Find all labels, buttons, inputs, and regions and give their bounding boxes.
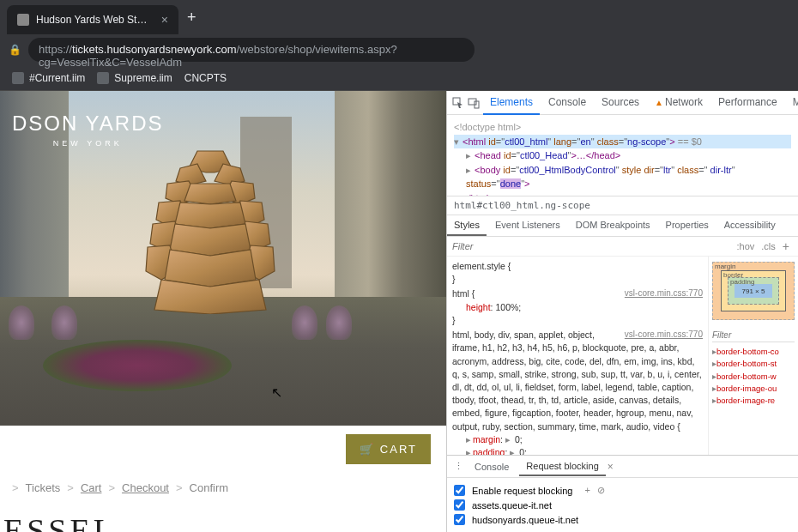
- new-style-rule-icon[interactable]: +: [779, 239, 793, 253]
- page-title: ESSEL: [0, 503, 446, 532]
- breadcrumb-sep: >: [67, 481, 74, 494]
- browser-tab[interactable]: Hudson Yards Web Store :: Tic ×: [7, 5, 178, 34]
- devtools-tab-network[interactable]: ▲Network: [648, 91, 710, 115]
- dom-tree[interactable]: <!doctype html> ▾<html id="ctl00_html" l…: [447, 115, 798, 196]
- tab-favicon: [17, 14, 29, 26]
- bookmark-icon: [97, 72, 109, 84]
- logo-main: DSON YARDS: [12, 112, 163, 136]
- devtools-tab-performance[interactable]: Performance: [711, 91, 784, 115]
- breadcrumb: > Tickets > Cart > Checkout > Confirm: [0, 473, 446, 503]
- address-bar: 🔒 https://tickets.hudsonyardsnewyork.com…: [0, 34, 798, 65]
- page-content: DSON YARDS NEW YORK ↖ 🛒 CART > Tickets >…: [0, 91, 446, 532]
- css-rules[interactable]: element.style {} vsl-core.min.css:770htm…: [447, 257, 708, 455]
- bookmark-item[interactable]: #Current.iim: [12, 72, 85, 84]
- enable-blocking-row: Enable request blocking + ⊘: [454, 483, 791, 498]
- enable-blocking-checkbox[interactable]: [454, 485, 465, 496]
- dom-doctype: <!doctype html>: [454, 120, 791, 135]
- cursor-icon: ↖: [271, 384, 282, 401]
- breadcrumb-sep: >: [176, 481, 183, 494]
- drawer-tab-request-blocking[interactable]: Request blocking: [519, 457, 605, 476]
- css-source-link[interactable]: vsl-core.min.css:770: [625, 287, 703, 300]
- tab-title: Hudson Yards Web Store :: Tic: [36, 14, 151, 26]
- clear-patterns-icon[interactable]: ⊘: [597, 485, 605, 496]
- bookmark-label: #Current.iim: [29, 72, 85, 84]
- block-pattern-row[interactable]: hudsonyards.queue-it.net: [454, 512, 791, 527]
- cls-toggle[interactable]: .cls: [758, 241, 779, 251]
- cart-label: CART: [380, 443, 417, 456]
- site-logo[interactable]: DSON YARDS NEW YORK: [12, 112, 163, 148]
- dom-node-html[interactable]: ▾<html id="ctl00_html" lang="en" class="…: [454, 135, 791, 149]
- drawer-tab-console[interactable]: Console: [468, 458, 516, 475]
- dom-node-body[interactable]: ▸<body id="ctl00_HtmlBodyControl" style …: [454, 163, 791, 191]
- computed-filter-input[interactable]: [712, 329, 795, 342]
- devtools-tab-console[interactable]: Console: [541, 91, 593, 115]
- tab-close-icon[interactable]: ×: [161, 13, 168, 27]
- styles-sidebar: 791 × 5 margin border padding ▸border-bo…: [708, 257, 798, 455]
- warning-icon: ▲: [655, 98, 663, 107]
- box-model-padding-label: padding: [730, 278, 754, 286]
- box-model[interactable]: 791 × 5 margin border padding: [712, 262, 795, 320]
- bookmark-item[interactable]: CNCPTS: [184, 72, 227, 84]
- add-pattern-icon[interactable]: +: [584, 485, 589, 496]
- enable-blocking-label: Enable request blocking: [472, 486, 572, 496]
- browser-tab-strip: Hudson Yards Web Store :: Tic × +: [0, 0, 798, 34]
- svg-marker-5: [184, 184, 236, 204]
- hero-image: DSON YARDS NEW YORK ↖: [0, 91, 446, 426]
- subtab-properties[interactable]: Properties: [659, 215, 716, 236]
- breadcrumb-item[interactable]: Tickets: [26, 481, 61, 494]
- block-pattern-checkbox[interactable]: [454, 499, 465, 511]
- new-tab-button[interactable]: +: [178, 9, 205, 27]
- hov-toggle[interactable]: :hov: [734, 241, 759, 251]
- drawer-tab-close-icon[interactable]: ×: [608, 461, 614, 473]
- bookmark-icon: [12, 72, 24, 84]
- device-icon[interactable]: [468, 97, 480, 109]
- block-pattern-label: assets.queue-it.net: [472, 500, 552, 511]
- svg-marker-11: [170, 224, 251, 256]
- devtools-tab-memory[interactable]: Memory: [786, 91, 798, 115]
- box-model-margin-label: margin: [715, 263, 735, 270]
- devtools-tab-sources[interactable]: Sources: [595, 91, 646, 115]
- lock-icon[interactable]: 🔒: [9, 44, 21, 56]
- block-pattern-row[interactable]: assets.queue-it.net: [454, 498, 791, 512]
- svg-marker-8: [175, 203, 245, 228]
- bookmark-label: CNCPTS: [184, 72, 227, 84]
- bookmark-label: Supreme.iim: [114, 72, 172, 84]
- styles-subtabs: Styles Event Listeners DOM Breakpoints P…: [447, 215, 798, 237]
- dom-node-head[interactable]: ▸<head id="ctl00_Head">…</head>: [454, 148, 791, 163]
- devtools-drawer: ⋮ Console Request blocking × Enable requ…: [447, 455, 798, 532]
- box-model-content: 791 × 5: [735, 284, 772, 298]
- breadcrumb-sep: >: [108, 481, 115, 494]
- css-source-link[interactable]: vsl-core.min.css:770: [625, 329, 703, 342]
- logo-sub: NEW YORK: [12, 139, 163, 148]
- computed-properties[interactable]: ▸border-bottom-co ▸border-bottom-st ▸bor…: [712, 346, 795, 407]
- block-pattern-label: hudsonyards.queue-it.net: [472, 515, 578, 525]
- url-scheme: https://: [39, 43, 72, 56]
- breadcrumb-item[interactable]: Cart: [81, 481, 102, 494]
- devtools-panel: Elements Console Sources ▲Network Perfor…: [446, 91, 798, 532]
- dom-breadcrumb[interactable]: html#ctl00_html.ng-scope: [447, 196, 798, 215]
- subtab-event-listeners[interactable]: Event Listeners: [488, 215, 567, 236]
- subtab-accessibility[interactable]: Accessibility: [717, 215, 783, 236]
- drawer-menu-icon[interactable]: ⋮: [452, 461, 464, 473]
- subtab-dom-breakpoints[interactable]: DOM Breakpoints: [569, 215, 657, 236]
- breadcrumb-item[interactable]: Confirm: [190, 481, 229, 494]
- devtools-toolbar: Elements Console Sources ▲Network Perfor…: [447, 91, 798, 115]
- url-host: tickets.hudsonyardsnewyork.com: [72, 43, 236, 56]
- block-pattern-checkbox[interactable]: [454, 514, 465, 525]
- devtools-tab-elements[interactable]: Elements: [483, 91, 540, 115]
- cart-icon: 🛒: [360, 443, 375, 456]
- styles-filter-row: :hov .cls +: [447, 237, 798, 257]
- bookmarks-bar: #Current.iim Supreme.iim CNCPTS: [0, 65, 798, 91]
- inspect-icon[interactable]: [452, 97, 464, 109]
- bookmark-item[interactable]: Supreme.iim: [97, 72, 172, 84]
- styles-filter-input[interactable]: [452, 239, 734, 254]
- breadcrumb-sep: >: [12, 481, 19, 494]
- vessel-structure: [137, 142, 283, 314]
- url-input[interactable]: https://tickets.hudsonyardsnewyork.com/w…: [28, 38, 475, 62]
- breadcrumb-item[interactable]: Checkout: [122, 481, 169, 494]
- svg-marker-14: [165, 250, 256, 287]
- cart-button[interactable]: 🛒 CART: [346, 434, 431, 464]
- subtab-styles[interactable]: Styles: [447, 215, 487, 236]
